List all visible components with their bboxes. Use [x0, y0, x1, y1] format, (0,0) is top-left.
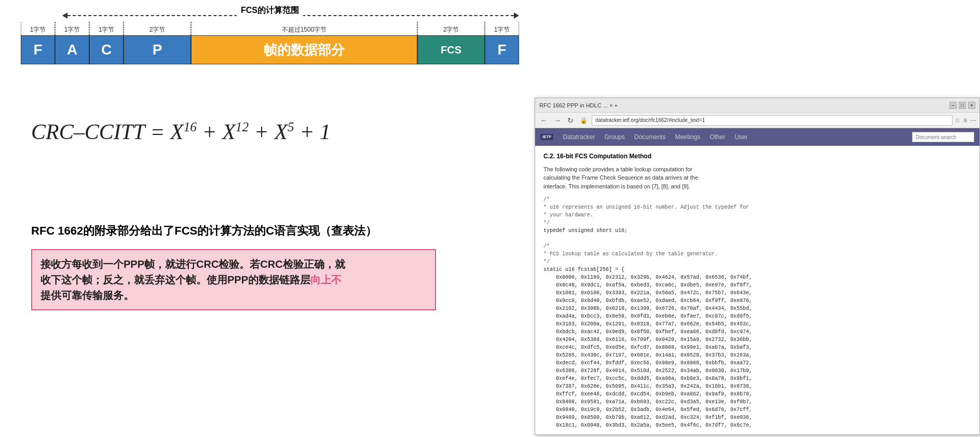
back-button[interactable]: ← [538, 115, 550, 126]
star-icon[interactable]: ☆ [955, 117, 960, 124]
frame-cells: F A C P 帧的数据部分 FCS F [21, 35, 519, 64]
document-search-input[interactable] [912, 132, 974, 142]
byte-label-c: 1字节 [89, 22, 124, 35]
menu-icon[interactable]: ⋯ [970, 117, 976, 124]
nav-groups[interactable]: Groups [600, 133, 629, 141]
settings-icon[interactable]: ≡ [963, 117, 967, 124]
frame-diagram: FCS的计算范围 1字节 1字节 1字节 2字节 不超过1500字节 2字节 1… [21, 5, 519, 64]
refresh-button[interactable]: ↻ [565, 115, 576, 126]
frame-cell-c: C [89, 35, 124, 64]
nav-other[interactable]: Other [705, 133, 729, 141]
frame-cell-p: P [124, 35, 191, 64]
browser-title: RFC 1662 PPP in HDLC ... × + [539, 102, 946, 108]
code-block: /* * u16 represents an unsigned 16-bit n… [543, 196, 971, 429]
section-heading: C.2. 16-bit FCS Computation Method [543, 152, 971, 161]
nav-user[interactable]: User [730, 133, 752, 141]
summary-box: 接收方每收到一个PPP帧，就进行CRC检验。若CRC检验正确，就 收下这个帧；反… [31, 249, 436, 310]
ietf-logo: IETF [540, 134, 553, 140]
byte-label-p: 2字节 [124, 22, 191, 35]
rfc-description: RFC 1662的附录部分给出了FCS的计算方法的C语言实现（查表法） [31, 223, 377, 239]
frame-cell-fcs: FCS [417, 35, 485, 64]
browser-controls[interactable]: – □ × [949, 102, 975, 109]
site-navbar: IETF Datatracker Groups Documents Meetin… [535, 128, 979, 146]
arrow-left-icon [62, 12, 67, 19]
arrow-right-icon [514, 12, 519, 19]
formula-area: CRC–CCITT = X16 + X12 + X5 + 1 [31, 119, 343, 144]
frame-cell-f2: F [485, 35, 519, 64]
fcs-range-label: FCS的计算范围 [237, 5, 303, 16]
browser-content: C.2. 16-bit FCS Computation Method The f… [535, 146, 979, 434]
minimize-button[interactable]: – [949, 102, 957, 109]
nav-documents[interactable]: Documents [630, 133, 670, 141]
byte-label-a: 1字节 [55, 22, 89, 35]
maximize-button[interactable]: □ [959, 102, 966, 109]
frame-cell-a: A [55, 35, 89, 64]
byte-label-fcs: 2字节 [417, 22, 485, 35]
byte-label-f1: 1字节 [21, 22, 55, 35]
browser-window: RFC 1662 PPP in HDLC ... × + – □ × ← → ↻… [535, 98, 980, 435]
formula-text: CRC–CCITT = X16 + X12 + X5 + 1 [31, 119, 343, 144]
browser-action-icons: ☆ ≡ ⋯ [955, 117, 976, 124]
browser-toolbar: ← → ↻ 🔒 ☆ ≡ ⋯ [535, 113, 979, 128]
lock-icon: 🔒 [578, 117, 590, 124]
byte-label-f2: 1字节 [485, 22, 519, 35]
byte-label-data: 不超过1500字节 [191, 22, 417, 35]
description-text: The following code provides a table look… [543, 165, 971, 191]
browser-titlebar: RFC 1662 PPP in HDLC ... × + – □ × [535, 98, 979, 113]
highlight-text: 向上不 [310, 274, 342, 285]
nav-meetings[interactable]: Meetings [671, 133, 704, 141]
frame-cell-f1: F [21, 35, 55, 64]
close-button[interactable]: × [968, 102, 975, 109]
nav-datatracker[interactable]: Datatracker [559, 133, 599, 141]
frame-cell-data: 帧的数据部分 [191, 35, 417, 64]
address-bar[interactable] [592, 115, 952, 126]
forward-button[interactable]: → [552, 115, 563, 126]
